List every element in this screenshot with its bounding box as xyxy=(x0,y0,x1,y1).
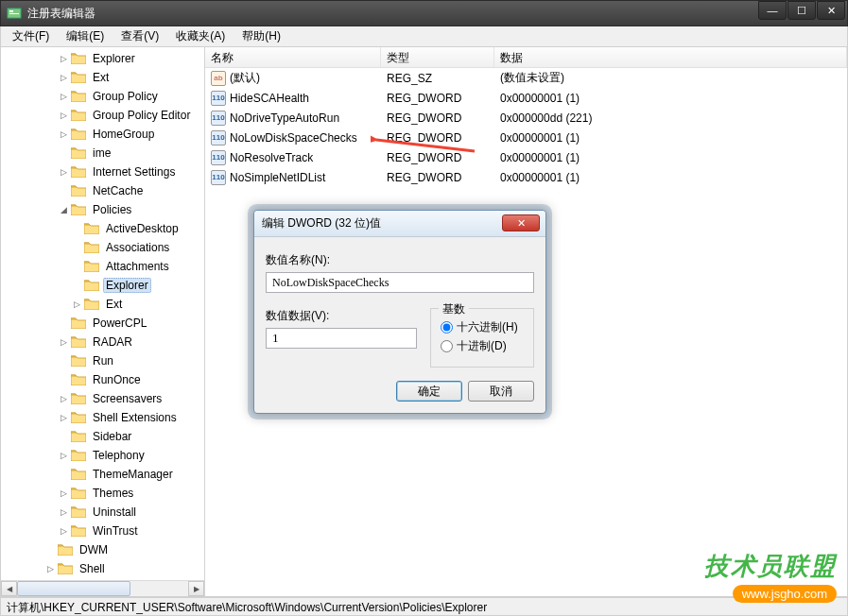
scroll-left-button[interactable]: ◀ xyxy=(1,581,17,596)
expand-icon[interactable] xyxy=(58,355,69,367)
expand-icon[interactable]: ▷ xyxy=(44,563,56,574)
scroll-thumb[interactable] xyxy=(17,581,130,596)
tree-item-group-policy[interactable]: ▷Group Policy xyxy=(5,87,204,106)
expand-icon[interactable]: ▷ xyxy=(58,53,69,64)
expand-icon[interactable]: ▷ xyxy=(58,525,69,537)
expand-icon[interactable] xyxy=(71,261,82,272)
radio-dec-input[interactable] xyxy=(441,340,453,352)
value-name-field[interactable] xyxy=(266,272,534,293)
menu-item-0[interactable]: 文件(F) xyxy=(5,26,57,46)
dword-value-icon: 110 xyxy=(211,170,226,185)
expand-icon[interactable]: ▷ xyxy=(58,336,69,348)
tree-item-explorer[interactable]: ▷Explorer xyxy=(5,49,204,68)
column-header-data[interactable]: 数据 xyxy=(494,47,847,67)
dword-value-icon: 110 xyxy=(211,111,226,126)
radio-dec[interactable]: 十进制(D) xyxy=(441,338,524,354)
column-header-type[interactable]: 类型 xyxy=(381,47,494,67)
close-button[interactable]: ✕ xyxy=(817,1,845,20)
minimize-button[interactable]: — xyxy=(758,1,787,20)
column-header-name[interactable]: 名称 xyxy=(205,47,381,67)
menu-item-3[interactable]: 收藏夹(A) xyxy=(168,26,233,46)
tree-item-policies[interactable]: ◢Policies xyxy=(5,200,204,219)
string-value-icon: ab xyxy=(211,71,226,86)
dialog-close-button[interactable]: ✕ xyxy=(502,214,540,231)
expand-icon[interactable]: ▷ xyxy=(58,166,69,178)
radio-hex-input[interactable] xyxy=(441,321,453,334)
list-row[interactable]: 110NoDriveTypeAutoRunREG_DWORD0x000000dd… xyxy=(205,108,847,128)
tree-item-ext[interactable]: ▷Ext xyxy=(5,295,204,314)
tree-pane[interactable]: ▷Explorer▷Ext▷Group Policy▷Group Policy … xyxy=(1,47,205,596)
tree-item-shell[interactable]: ▷Shell xyxy=(5,559,204,578)
expand-icon[interactable]: ▷ xyxy=(58,450,69,461)
folder-icon xyxy=(71,203,86,216)
expand-icon[interactable]: ▷ xyxy=(71,299,82,310)
tree-item-run[interactable]: Run xyxy=(5,351,204,370)
tree-item-explorer[interactable]: Explorer xyxy=(5,276,204,295)
expand-icon[interactable]: ▷ xyxy=(58,128,69,140)
expand-icon[interactable]: ▷ xyxy=(58,488,69,499)
tree-item-themes[interactable]: ▷Themes xyxy=(5,484,204,503)
tree-item-attachments[interactable]: Attachments xyxy=(5,257,204,276)
tree-label: Shell xyxy=(77,561,108,576)
tree-item-group-policy-editor[interactable]: ▷Group Policy Editor xyxy=(5,106,204,125)
tree-item-wintrust[interactable]: ▷WinTrust xyxy=(5,522,204,540)
expand-icon[interactable] xyxy=(71,223,82,234)
expand-icon[interactable]: ▷ xyxy=(58,72,69,83)
ok-button[interactable]: 确定 xyxy=(396,381,462,402)
folder-icon xyxy=(71,487,86,500)
tree-item-ime[interactable]: ime xyxy=(5,144,204,163)
list-row[interactable]: 110NoLowDiskSpaceChecksREG_DWORD0x000000… xyxy=(205,128,847,147)
menu-item-2[interactable]: 查看(V) xyxy=(113,26,166,46)
tree-item-radar[interactable]: ▷RADAR xyxy=(5,333,204,351)
menu-item-1[interactable]: 编辑(E) xyxy=(59,26,112,46)
list-row[interactable]: 110HideSCAHealthREG_DWORD0x00000001 (1) xyxy=(205,88,847,108)
expand-icon[interactable]: ▷ xyxy=(58,412,69,423)
expand-icon[interactable] xyxy=(58,431,69,442)
expand-icon[interactable]: ▷ xyxy=(58,393,69,404)
tree-item-associations[interactable]: Associations xyxy=(5,238,204,257)
expand-icon[interactable]: ▷ xyxy=(58,91,69,102)
tree-item-shell-extensions[interactable]: ▷Shell Extensions xyxy=(5,408,204,427)
expand-icon[interactable] xyxy=(58,317,69,329)
expand-icon[interactable]: ▷ xyxy=(58,110,69,121)
tree-item-thememanager[interactable]: ThemeManager xyxy=(5,465,204,484)
tree-item-internet-settings[interactable]: ▷Internet Settings xyxy=(5,163,204,181)
value-data: 0x00000001 (1) xyxy=(494,131,847,145)
expand-icon[interactable] xyxy=(58,374,69,385)
scroll-right-button[interactable]: ▶ xyxy=(188,581,204,596)
tree-item-dwm[interactable]: DWM xyxy=(5,540,204,559)
dialog-titlebar[interactable]: 编辑 DWORD (32 位)值 ✕ xyxy=(254,211,545,237)
expand-icon[interactable] xyxy=(44,544,56,556)
value-data-input[interactable] xyxy=(266,328,417,349)
list-row[interactable]: ab(默认)REG_SZ(数值未设置) xyxy=(205,68,847,88)
tree-label: Ext xyxy=(103,297,125,312)
tree-label: ThemeManager xyxy=(90,467,176,482)
expand-icon[interactable] xyxy=(58,147,69,159)
maximize-button[interactable]: ☐ xyxy=(787,1,816,20)
tree-item-netcache[interactable]: NetCache xyxy=(5,181,204,200)
tree-item-ext[interactable]: ▷Ext xyxy=(5,68,204,87)
tree-item-uninstall[interactable]: ▷Uninstall xyxy=(5,503,204,522)
tree-item-activedesktop[interactable]: ActiveDesktop xyxy=(5,219,204,238)
tree-item-homegroup[interactable]: ▷HomeGroup xyxy=(5,125,204,144)
radio-hex[interactable]: 十六进制(H) xyxy=(441,319,524,335)
menu-item-4[interactable]: 帮助(H) xyxy=(234,26,288,46)
expand-icon[interactable] xyxy=(58,185,69,197)
tree-item-sidebar[interactable]: Sidebar xyxy=(5,427,204,446)
cancel-button[interactable]: 取消 xyxy=(468,381,534,402)
expand-icon[interactable] xyxy=(71,242,82,253)
tree-item-runonce[interactable]: RunOnce xyxy=(5,370,204,389)
expand-icon[interactable] xyxy=(58,469,69,480)
list-row[interactable]: 110NoResolveTrackREG_DWORD0x00000001 (1) xyxy=(205,147,847,167)
folder-icon xyxy=(71,317,86,330)
tree-item-powercpl[interactable]: PowerCPL xyxy=(5,314,204,333)
expand-icon[interactable] xyxy=(71,280,82,291)
expand-icon[interactable]: ▷ xyxy=(58,506,69,518)
tree-item-screensavers[interactable]: ▷Screensavers xyxy=(5,389,204,408)
tree-item-telephony[interactable]: ▷Telephony xyxy=(5,446,204,465)
value-data: 0x00000001 (1) xyxy=(494,171,847,184)
list-row[interactable]: 110NoSimpleNetIDListREG_DWORD0x00000001 … xyxy=(205,167,847,187)
dword-value-icon: 110 xyxy=(211,130,226,145)
tree-horizontal-scrollbar[interactable]: ◀ ▶ xyxy=(1,580,204,596)
expand-icon[interactable]: ◢ xyxy=(58,204,69,215)
